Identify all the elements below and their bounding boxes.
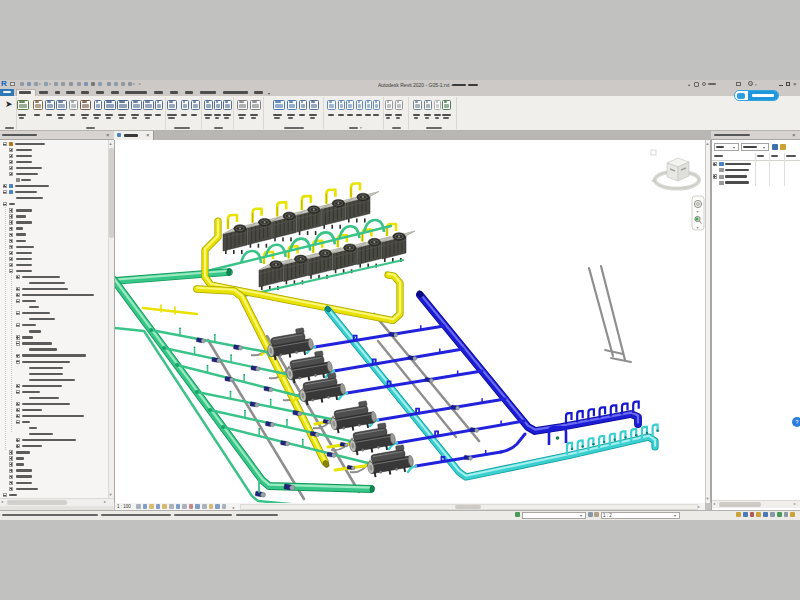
svg-text:▾: ▾ bbox=[697, 225, 699, 230]
svg-text:▾: ▾ bbox=[697, 209, 699, 214]
